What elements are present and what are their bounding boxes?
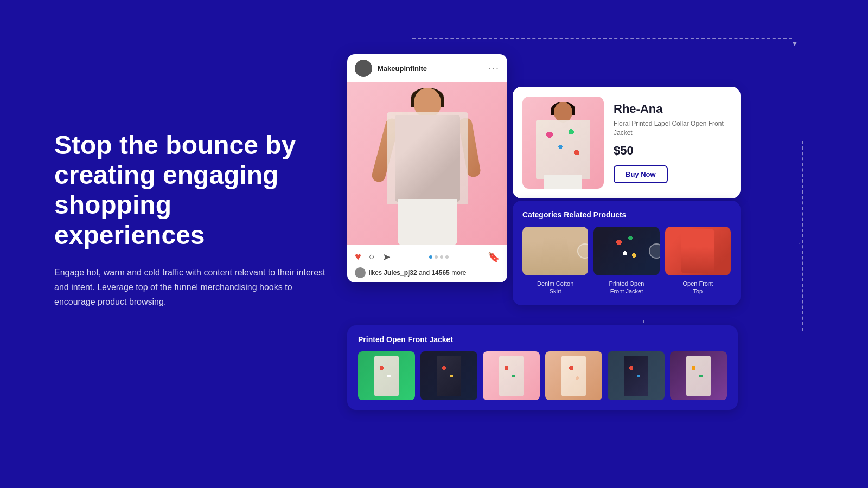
bookmark-icon[interactable]: 🔖 (488, 251, 500, 263)
category-name-jacket: Printed OpenFront Jacket (593, 280, 659, 296)
mini-pants (544, 175, 582, 189)
like-avatar (355, 267, 366, 278)
pagination-dot-2 (435, 255, 438, 259)
category-name-top: Open FrontTop (665, 280, 731, 296)
category-name-skirt: Denim CottonSkirt (522, 280, 588, 296)
mini-fashion-figure (533, 102, 593, 189)
strip-image-5[interactable] (608, 351, 665, 400)
dashed-arrow-left: ← (797, 239, 805, 247)
ig-likes-count: 14565 (431, 269, 449, 277)
category-img-top (665, 227, 731, 275)
strip-images (358, 351, 727, 400)
category-item-top[interactable]: Open FrontTop (665, 227, 731, 296)
instagram-card: Makeupinfinite ··· ♥ ○ ➤ (347, 54, 507, 282)
categories-items: Denim CottonSkirt Printed OpenFront Jack… (522, 227, 731, 296)
overlap-circle-2 (649, 243, 660, 259)
pagination-dot-4 (445, 255, 449, 259)
ig-more-icon[interactable]: ··· (488, 63, 500, 74)
ig-username: Makeupinfinite (378, 65, 488, 73)
bottom-product-strip: Printed Open Front Jacket (347, 325, 738, 410)
strip-image-2[interactable] (420, 351, 477, 400)
categories-title: Categories Related Products (522, 210, 731, 219)
mini-jacket (536, 120, 590, 179)
share-icon[interactable]: ➤ (382, 251, 391, 263)
strip-image-4[interactable] (545, 351, 602, 400)
product-image (522, 97, 604, 189)
strip-image-1[interactable] (358, 351, 415, 400)
sub-text: Engage hot, warm and cold traffic with c… (54, 265, 326, 310)
dashed-right-border (802, 141, 803, 331)
comment-icon[interactable]: ○ (369, 251, 375, 262)
ig-image (347, 82, 507, 245)
ig-pagination (429, 255, 449, 259)
strip-image-6[interactable] (670, 351, 727, 400)
buy-now-button[interactable]: Buy Now (614, 165, 668, 183)
category-img-skirt (522, 227, 588, 275)
top-red-shape (681, 229, 714, 273)
left-content: Stop the bounce by creating engaging sho… (54, 130, 326, 309)
ig-likes-more: more (451, 269, 466, 277)
product-description: Floral Printed Lapel Collar Open Front J… (614, 119, 731, 138)
product-card-main: Rhe-Ana Floral Printed Lapel Collar Open… (513, 87, 741, 198)
categories-card: Categories Related Products Denim Cotton… (513, 201, 741, 305)
right-content: ▼ ← Makeupinfinite ··· ♥ ○ (347, 33, 808, 455)
heart-icon[interactable]: ♥ (355, 251, 361, 263)
pagination-dot-1 (429, 255, 432, 259)
ig-avatar (355, 60, 372, 77)
dashed-top-border (412, 38, 792, 39)
ig-likes: likes Jules_pj32 and 14565 more (347, 266, 507, 282)
ig-likes-text: likes Jules_pj32 and 14565 more (369, 269, 466, 277)
product-name: Rhe-Ana (614, 102, 731, 116)
overlap-circle-1 (577, 243, 588, 259)
product-info: Rhe-Ana Floral Printed Lapel Collar Open… (614, 102, 731, 184)
main-heading: Stop the bounce by creating engaging sho… (54, 130, 326, 250)
dashed-arrow-down: ▼ (791, 39, 799, 48)
figure-body (395, 115, 460, 202)
ig-likes-username: Jules_pj32 (384, 269, 417, 277)
category-item-jacket[interactable]: Printed OpenFront Jacket (593, 227, 659, 296)
skirt-shape (539, 237, 572, 275)
fashion-figure (379, 88, 476, 245)
strip-image-3[interactable] (483, 351, 540, 400)
pagination-dot-3 (440, 255, 443, 259)
jacket-mini-shape (608, 229, 646, 273)
ig-action-left: ♥ ○ ➤ (355, 251, 391, 263)
ig-header: Makeupinfinite ··· (347, 54, 507, 82)
figure-pants (398, 199, 457, 245)
ig-actions: ♥ ○ ➤ 🔖 (347, 245, 507, 266)
strip-title: Printed Open Front Jacket (358, 335, 727, 344)
category-img-jacket (593, 227, 659, 275)
category-item-skirt[interactable]: Denim CottonSkirt (522, 227, 588, 296)
product-price: $50 (614, 144, 731, 158)
